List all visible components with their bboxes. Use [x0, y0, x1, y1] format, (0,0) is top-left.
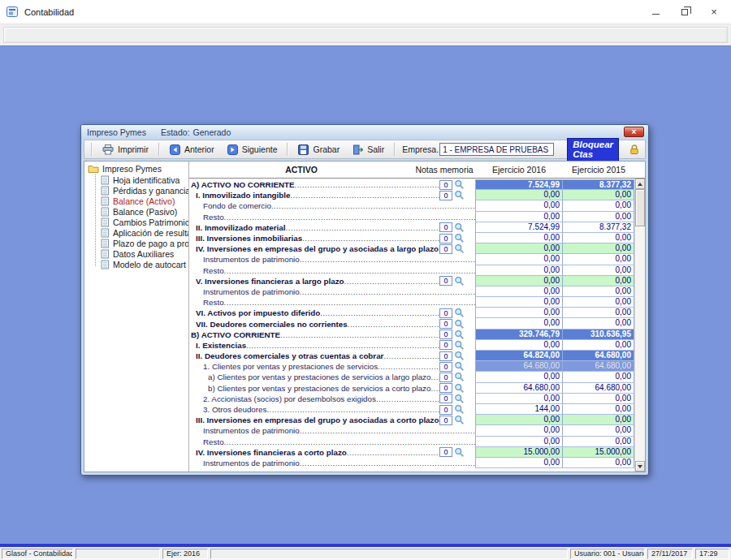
notas-input[interactable]: 0 [439, 447, 452, 457]
magnifier-icon[interactable] [454, 190, 465, 200]
restore-button[interactable] [679, 6, 690, 18]
notas-cell: 0 [439, 190, 475, 200]
table-row[interactable]: VII. Deudores comerciales no corrientes0… [189, 318, 634, 329]
tree-item-modelo-autocartera[interactable]: Modelo de autocart [88, 260, 188, 270]
tree-item-datos-auxiliares[interactable]: Datos Auxiliares [88, 249, 188, 260]
table-row[interactable]: V. Inversiones financieras a largo plazo… [189, 276, 634, 286]
magnifier-icon[interactable] [454, 351, 465, 361]
magnifier-icon[interactable] [454, 308, 465, 318]
table-row[interactable]: B) ACTIVO CORRIENTE0329.746,79310.636,95 [189, 330, 634, 340]
tree-item-balance-activo[interactable]: Balance (Activo) [88, 196, 188, 206]
table-row[interactable]: I. Inmovilizado intangible00,000,00 [189, 190, 634, 200]
magnifier-icon[interactable] [454, 222, 465, 233]
notas-input[interactable]: 0 [439, 340, 452, 350]
notas-input[interactable]: 0 [439, 234, 452, 243]
dotted-leader [280, 330, 439, 339]
empresa-input[interactable] [439, 143, 554, 156]
table-row[interactable]: 1. Clientes por ventas y prestaciones de… [189, 361, 634, 372]
notas-input[interactable]: 0 [439, 373, 452, 382]
table-row[interactable]: b) Clientes por ventas y prestaciones de… [189, 383, 634, 394]
table-row[interactable]: Instrumentos de patrimonio0,000,00 [189, 286, 634, 297]
magnifier-icon[interactable] [454, 372, 465, 382]
table-row[interactable]: II. Inmovilizado material07.524,998.377,… [189, 222, 634, 233]
row-label: Instrumentos de patrimonio [189, 458, 475, 468]
table-row[interactable]: Resto0,000,00 [189, 212, 634, 222]
table-row[interactable]: Resto0,000,00 [189, 297, 634, 308]
lock-icon[interactable] [629, 144, 640, 155]
minimize-button[interactable] [650, 6, 661, 18]
tree-item-balance-pasivo[interactable]: Balance (Pasivo) [88, 206, 188, 217]
tree-item-perdidas-ganancias[interactable]: Pérdidas y ganancias [88, 185, 188, 196]
table-row[interactable]: III. Inversiones inmobiliarias00,000,00 [189, 233, 634, 243]
notas-input[interactable]: 0 [439, 394, 452, 403]
magnifier-icon[interactable] [454, 415, 465, 425]
table-row[interactable]: a) Clientes por ventas y prestaciones de… [189, 372, 634, 382]
anterior-button[interactable]: Anterior [163, 143, 221, 157]
notas-input[interactable]: 0 [439, 383, 452, 393]
value-2015: 0,00 [563, 318, 634, 329]
imprimir-button[interactable]: Imprimir [96, 143, 155, 157]
magnifier-icon[interactable] [454, 404, 465, 415]
magnifier-icon[interactable] [454, 276, 465, 286]
dotted-leader [300, 255, 475, 264]
magnifier-icon[interactable] [454, 340, 465, 351]
siguiente-button[interactable]: Siguiente [221, 143, 284, 157]
table-row[interactable]: IV. Inversiones financieras a corto plaz… [189, 447, 634, 458]
bloquear-ctas-button[interactable]: Bloquear Ctas [567, 138, 619, 162]
table-row[interactable]: Resto0,000,00 [189, 437, 634, 447]
grabar-button[interactable]: Grabar [292, 143, 346, 157]
notas-input[interactable]: 0 [439, 319, 452, 329]
table-row[interactable]: Instrumentos de patrimonio0,000,00 [189, 254, 634, 265]
table-row[interactable]: Instrumentos de patrimonio0,000,00 [189, 458, 634, 468]
magnifier-icon[interactable] [454, 447, 465, 458]
dialog-titlebar[interactable]: Impreso Pymes Estado: Generado × [81, 125, 648, 139]
table-row[interactable]: 2. Accionistas (socios) por desembolsos … [189, 394, 634, 404]
scroll-up-button[interactable] [635, 179, 645, 189]
table-row[interactable]: I. Existencias00,000,00 [189, 340, 634, 351]
tree-root-impreso-pymes[interactable]: Impreso Pymes [88, 164, 188, 174]
tree-item-hoja-identificativa[interactable]: Hoja identificativa [88, 174, 188, 185]
magnifier-icon[interactable] [454, 179, 465, 190]
tree-item-cambios-patrimonio[interactable]: Cambios Patrimonio [88, 217, 188, 227]
table-row[interactable]: A) ACTIVO NO CORRIENTE07.524,998.377,32 [189, 179, 634, 190]
scroll-track[interactable] [635, 226, 645, 461]
notas-input[interactable]: 0 [439, 362, 452, 372]
table-row[interactable]: III. Inversiones en empresas del grupo y… [189, 415, 634, 425]
scroll-down-button[interactable] [635, 461, 645, 472]
magnifier-icon[interactable] [454, 383, 465, 394]
notas-input[interactable]: 0 [439, 405, 452, 415]
magnifier-icon[interactable] [454, 361, 465, 372]
tree-item-plazo-pago[interactable]: Plazo de pago a prov [88, 239, 188, 249]
tree-item-label: Cambios Patrimonio [113, 218, 188, 227]
table-row[interactable]: Instrumentos de patrimonio0,000,00 [189, 425, 634, 436]
scroll-thumb[interactable] [635, 189, 645, 226]
table-row[interactable]: IV. Inversiones en empresas del grupo y … [189, 243, 634, 254]
magnifier-icon[interactable] [454, 394, 465, 404]
notas-input[interactable]: 0 [439, 330, 452, 339]
table-row[interactable]: VI. Activos por impuesto diferido00,000,… [189, 308, 634, 318]
dialog-close-button[interactable]: × [624, 127, 644, 137]
notas-input[interactable]: 0 [439, 222, 452, 232]
notas-input[interactable]: 0 [439, 416, 452, 425]
table-row[interactable]: Resto0,000,00 [189, 265, 634, 276]
notas-input[interactable]: 0 [439, 276, 452, 286]
notas-input[interactable]: 0 [439, 244, 452, 254]
magnifier-icon[interactable] [454, 243, 465, 254]
magnifier-icon[interactable] [454, 233, 465, 243]
magnifier-icon[interactable] [454, 330, 465, 340]
vertical-scrollbar[interactable] [634, 179, 645, 472]
tree-item-label: Plazo de pago a prov [113, 239, 188, 248]
table-row[interactable]: II. Deudores comerciales y otras cuentas… [189, 351, 634, 361]
tree-item-aplicacion-resultado[interactable]: Aplicación de resulta [88, 227, 188, 238]
salir-button[interactable]: Salir [346, 143, 391, 157]
notas-input[interactable]: 0 [439, 351, 452, 361]
notas-input[interactable]: 0 [439, 308, 452, 318]
value-2015: 0,00 [563, 458, 634, 468]
notas-input[interactable]: 0 [439, 180, 452, 190]
row-label: Resto [189, 212, 475, 222]
notas-input[interactable]: 0 [439, 191, 452, 200]
table-row[interactable]: 3. Otros deudores0144,000,00 [189, 404, 634, 415]
magnifier-icon[interactable] [454, 319, 465, 330]
table-row[interactable]: Fondo de comercio0,000,00 [189, 200, 634, 211]
close-button[interactable]: × [708, 6, 720, 18]
